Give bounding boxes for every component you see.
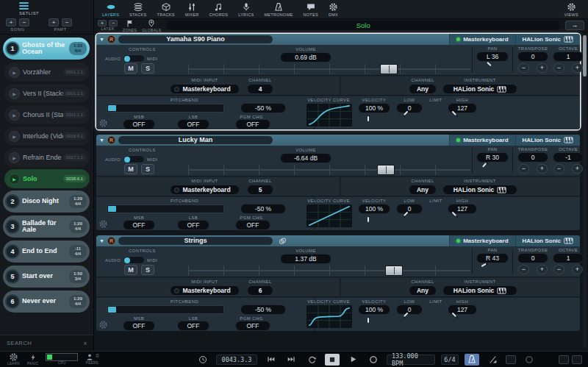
transpose-plus-button[interactable]: + — [537, 164, 548, 174]
pitchbend-handle[interactable] — [108, 307, 116, 313]
instrument-cell[interactable]: HALion Sonic — [515, 135, 580, 146]
learn-button[interactable]: LEARN — [7, 352, 20, 366]
octave-minus-button[interactable]: − — [553, 164, 564, 174]
search-clear-icon[interactable]: x — [84, 340, 87, 346]
octave-value[interactable]: -1 — [553, 152, 584, 163]
out-channel-selector[interactable]: Any — [409, 84, 437, 94]
mute-button[interactable]: M — [124, 164, 137, 174]
panic-button[interactable]: PANIC — [27, 353, 38, 366]
setlist-part-item[interactable]: ▶ Solo 0038.6.1 — [4, 169, 90, 188]
zones-button[interactable]: ZONES — [123, 19, 137, 32]
masterkeyboard-input-cell[interactable]: Masterkeyboard — [449, 34, 514, 45]
pgm-chg-value[interactable]: OFF — [235, 220, 270, 230]
velocity-value[interactable]: 100 % — [358, 304, 390, 315]
play-icon[interactable]: ▶ — [9, 174, 20, 185]
remove-part-button[interactable]: − — [62, 18, 72, 26]
precount-button[interactable] — [485, 354, 500, 366]
add-part-button[interactable]: + — [49, 18, 59, 26]
low-value[interactable]: 0 — [396, 204, 423, 214]
pitchbend-slider[interactable] — [107, 204, 224, 213]
velocity-value[interactable]: 100 % — [358, 103, 390, 113]
stop-button[interactable] — [325, 354, 340, 366]
layer-settings-gear-icon[interactable] — [98, 219, 108, 229]
record-button[interactable] — [366, 354, 381, 366]
pitchbend-value[interactable]: -50 % — [240, 204, 286, 214]
volume-fader-handle[interactable] — [380, 64, 398, 74]
sync-button[interactable] — [522, 354, 537, 366]
transpose-minus-button[interactable]: − — [518, 265, 529, 274]
volume-value[interactable]: -6.64 dB — [280, 153, 331, 163]
record-arm-button[interactable]: R — [107, 237, 115, 245]
pitchbend-slider[interactable] — [107, 305, 224, 314]
pan-value[interactable]: R 43 — [476, 253, 509, 263]
layer-name-field[interactable]: Lucky Man — [118, 136, 273, 144]
volume-fader[interactable] — [188, 266, 470, 276]
volume-value[interactable]: 0.69 dB — [280, 52, 331, 63]
out-channel-selector[interactable]: Any — [409, 285, 437, 296]
tab-views[interactable]: VIEWS — [559, 1, 584, 18]
collapse-icon[interactable]: ▼ — [99, 37, 104, 42]
layer-header[interactable]: ▼ R Strings Masterkeyboard HALion Sonic — [96, 235, 580, 246]
solo-button[interactable]: S — [141, 63, 154, 74]
timesig-display[interactable]: 6/4 — [441, 354, 459, 365]
pitchbend-slider[interactable] — [107, 104, 224, 113]
lsb-value[interactable]: OFF — [177, 119, 209, 129]
transpose-plus-button[interactable]: + — [537, 265, 548, 274]
setlist-song-item[interactable]: 1 Ghosts of the Ocean 1:336/4 — [3, 38, 90, 60]
lsb-value[interactable]: OFF — [177, 321, 209, 331]
instrument-cell[interactable]: HALion Sonic — [515, 235, 580, 246]
status-box-2[interactable] — [572, 355, 582, 364]
msb-value[interactable]: OFF — [123, 321, 155, 331]
velocity-value[interactable]: 100 % — [358, 204, 390, 214]
transpose-minus-button[interactable]: − — [518, 164, 529, 174]
volume-fader-handle[interactable] — [377, 165, 395, 175]
layer-settings-gear-icon[interactable] — [98, 118, 108, 128]
collapse-icon[interactable]: ▼ — [99, 238, 104, 243]
layer-name-field[interactable]: Strings — [118, 237, 273, 245]
play-button[interactable] — [345, 354, 360, 366]
audio-midi-switch[interactable] — [123, 256, 145, 264]
setlist-part-item[interactable]: ▶ Chorus II (Stack 0011.1.1 — [4, 105, 90, 124]
audio-midi-switch[interactable] — [123, 155, 145, 163]
midi-input-selector[interactable]: Masterkeyboard — [170, 185, 240, 195]
octave-plus-button[interactable]: + — [572, 63, 583, 73]
tab-lyrics[interactable]: LYRICS — [233, 1, 259, 18]
midi-channel-selector[interactable]: 5 — [247, 185, 273, 195]
collapse-icon[interactable]: ▼ — [99, 138, 104, 143]
octave-value[interactable]: 1 — [553, 253, 584, 263]
setlist-part-item[interactable]: ▶ Refrain Ende 0027.1.1 — [4, 148, 90, 167]
volume-fader-handle[interactable] — [385, 266, 403, 276]
instrument-selector[interactable]: HALion Sonic — [442, 185, 517, 195]
midi-input-selector[interactable]: Masterkeyboard — [170, 84, 240, 94]
audio-midi-toggle[interactable]: AUDIO MIDI — [105, 155, 157, 163]
msb-value[interactable]: OFF — [123, 119, 155, 129]
masterkeyboard-input-cell[interactable]: Masterkeyboard — [449, 135, 514, 146]
instrument-selector[interactable]: HALion Sonic — [442, 84, 517, 94]
metronome-button[interactable] — [465, 354, 479, 366]
out-channel-selector[interactable]: Any — [409, 185, 437, 195]
low-value[interactable]: 0 — [396, 103, 423, 113]
layer-name-field[interactable]: Yamaha S90 Piano — [118, 35, 273, 43]
play-icon[interactable]: ▶ — [9, 131, 20, 142]
play-icon[interactable]: ▶ — [9, 88, 20, 99]
setlist-part-item[interactable]: ▶ Vorzähler 0001.1.1 — [4, 63, 90, 82]
velocity-curve-graph[interactable] — [306, 204, 353, 228]
pan-value[interactable]: L 36 — [476, 51, 509, 62]
midi-channel-selector[interactable]: 4 — [247, 84, 273, 94]
octave-value[interactable]: 1 — [553, 51, 584, 62]
octave-plus-button[interactable]: + — [572, 164, 583, 174]
pitchbend-value[interactable]: -50 % — [240, 304, 286, 315]
pitchbend-handle[interactable] — [108, 206, 116, 212]
msb-value[interactable]: OFF — [123, 220, 155, 230]
setlist-song-item[interactable]: 2 Disco Night 1:204/4 — [3, 190, 90, 213]
remove-layer-button[interactable]: − — [109, 20, 118, 26]
add-song-button[interactable]: + — [6, 18, 16, 26]
tab-dmx[interactable]: DMX — [323, 1, 343, 18]
audio-midi-switch[interactable] — [123, 54, 145, 63]
instrument-selector[interactable]: HALion Sonic — [442, 285, 517, 296]
transpose-value[interactable]: 0 — [517, 152, 548, 163]
solo-button[interactable]: S — [141, 265, 154, 275]
setlist-part-item[interactable]: ▶ Interlude (Video 0018.6.1 — [4, 127, 90, 146]
tab-tracks[interactable]: TRACKS — [152, 1, 180, 18]
play-icon[interactable]: ▶ — [9, 110, 20, 121]
